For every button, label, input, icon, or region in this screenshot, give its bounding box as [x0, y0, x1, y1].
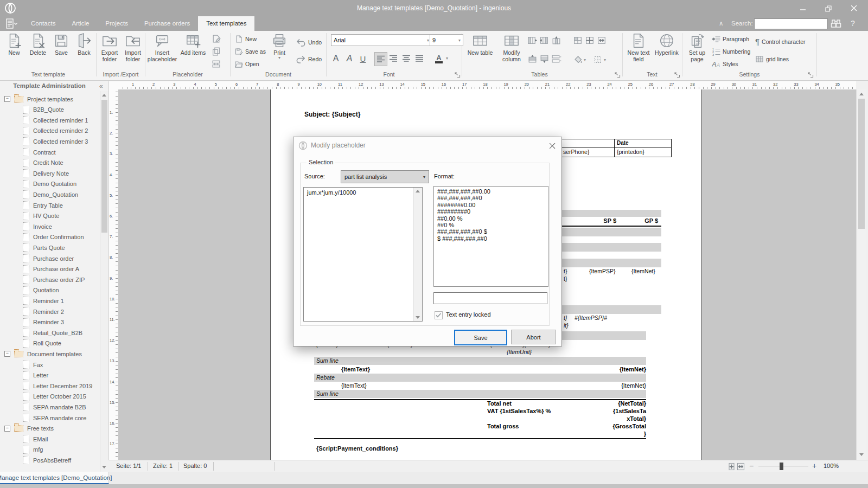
- dialog-close-icon[interactable]: [547, 142, 557, 150]
- tree-collapse-icon[interactable]: −: [4, 96, 10, 102]
- sidebar-item-reminder-1[interactable]: Reminder 1: [0, 296, 99, 306]
- menu-tab[interactable]: Text templates: [198, 16, 254, 31]
- menu-tab[interactable]: Purchase orders: [136, 16, 198, 31]
- import-folder-button[interactable]: Import folder: [122, 33, 144, 63]
- modify-column-button[interactable]: Modify column: [498, 33, 525, 63]
- scrollbar-thumb[interactable]: [858, 99, 865, 229]
- numbering-button[interactable]: Numbering: [712, 47, 750, 56]
- sidebar-item-sepa-mandate-core[interactable]: SEPA mandate core: [0, 413, 99, 423]
- sidebar-folder[interactable]: −Project templates: [0, 94, 99, 104]
- source-listbox[interactable]: jum.x*jum.y/10000: [303, 187, 423, 322]
- sidebar-folder[interactable]: −Free texts: [0, 423, 99, 434]
- sidebar-item-order-confirmation[interactable]: Order Confirmation: [0, 232, 99, 242]
- print-button[interactable]: Print▾: [267, 33, 292, 60]
- sidebar-item-reminder-2[interactable]: Reminder 2: [0, 306, 99, 317]
- add-items-button[interactable]: Add items: [178, 33, 208, 56]
- zoom-slider-handle[interactable]: [780, 463, 783, 470]
- align-left-button[interactable]: [374, 52, 387, 66]
- menu-tab[interactable]: Contacts: [23, 16, 63, 31]
- sidebar-item-collected-reminder-3[interactable]: Collected reminder 3: [0, 136, 99, 146]
- sidebar-item-collected-reminder-2[interactable]: Collected reminder 2: [0, 126, 99, 136]
- align-right-button[interactable]: [387, 52, 399, 65]
- save-template-button[interactable]: Save: [50, 33, 72, 56]
- insert-column-icon[interactable]: [551, 36, 561, 45]
- split-cell-icon[interactable]: [585, 36, 595, 45]
- new-template-button[interactable]: New: [3, 33, 25, 56]
- insert-row-below-icon[interactable]: [539, 54, 550, 63]
- chevron-up-icon[interactable]: ∧: [719, 16, 723, 31]
- font-size-select[interactable]: 9▾: [430, 34, 463, 46]
- sidebar-item-entry-table[interactable]: Entry Table: [0, 200, 99, 210]
- sidebar-item-b2b-quote[interactable]: B2B_Quote: [0, 105, 99, 115]
- grid-lines-button[interactable]: grid lines: [755, 55, 789, 63]
- sidebar-item-mfg[interactable]: mfg: [0, 445, 99, 455]
- tree-collapse-icon[interactable]: −: [4, 426, 10, 432]
- restore-button[interactable]: [821, 4, 835, 13]
- sidebar-item-demo-quotation[interactable]: Demo_Quotation: [0, 189, 99, 200]
- align-justify-button[interactable]: [413, 52, 425, 65]
- scroll-down-icon[interactable]: [102, 466, 106, 468]
- font-color-button[interactable]: A: [433, 52, 445, 65]
- italic-button[interactable]: A: [343, 52, 355, 65]
- underline-button[interactable]: U: [357, 52, 369, 65]
- format-input[interactable]: [433, 292, 547, 304]
- sidebar-item-letter-october-2015[interactable]: Letter October 2015: [0, 391, 99, 402]
- scroll-up-icon[interactable]: [416, 190, 420, 192]
- format-list-item[interactable]: ##0.00 %: [434, 215, 548, 222]
- align-center-button[interactable]: [400, 52, 412, 65]
- sidebar-item-hv-quote[interactable]: HV Quote: [0, 211, 99, 221]
- collapse-sidebar-icon[interactable]: «: [99, 82, 103, 90]
- sidebar-item-purchase-order-zip[interactable]: Purchase order ZIP: [0, 274, 99, 285]
- binoculars-search-icon[interactable]: [830, 18, 842, 29]
- source-list-item[interactable]: jum.x*jum.y/10000: [304, 188, 422, 196]
- format-list-item[interactable]: ###,###,###,##0.00: [434, 188, 548, 195]
- sidebar-item-contract[interactable]: Contract: [0, 147, 99, 157]
- fill-color-icon[interactable]: [574, 55, 583, 64]
- insert-placeholder-button[interactable]: Insert placeholder: [147, 33, 177, 63]
- copy-icon[interactable]: [212, 47, 221, 56]
- new-table-button[interactable]: New table: [464, 33, 496, 56]
- delete-template-button[interactable]: Delete: [27, 33, 49, 56]
- text-dialog-launcher-icon[interactable]: [674, 72, 680, 78]
- cell-width-icon[interactable]: [597, 36, 607, 45]
- document-scrollbar[interactable]: [856, 89, 866, 460]
- back-button[interactable]: Back: [73, 33, 95, 56]
- save-as-button[interactable]: Save as: [234, 47, 266, 56]
- cell-borders-icon[interactable]: [593, 55, 602, 64]
- sidebar-item-email[interactable]: EMail: [0, 434, 99, 444]
- set-up-page-button[interactable]: Set up page: [685, 33, 710, 63]
- sidebar-item-parts-quote[interactable]: Parts Quote: [0, 242, 99, 253]
- sidebar-item-reminder-3[interactable]: Reminder 3: [0, 317, 99, 328]
- export-folder-button[interactable]: Export folder: [98, 33, 121, 63]
- scroll-down-icon[interactable]: [416, 316, 420, 319]
- menu-tab[interactable]: Article: [63, 16, 97, 31]
- sidebar-folder[interactable]: −Document templates: [0, 349, 99, 359]
- fit-width-icon[interactable]: [737, 463, 745, 471]
- sidebar-item-roll-quote[interactable]: Roll Quote: [0, 338, 99, 349]
- sidebar-item-sepa-mandate-b2b[interactable]: SEPA mandate B2B: [0, 402, 99, 412]
- styles-button[interactable]: Styles: [712, 60, 738, 68]
- new-text-field-button[interactable]: New text field: [625, 33, 652, 63]
- help-icon[interactable]: ?: [851, 16, 855, 31]
- close-button[interactable]: [847, 4, 861, 13]
- font-family-select[interactable]: Arial▾: [331, 34, 432, 46]
- settings-dialog-launcher-icon[interactable]: [808, 72, 814, 78]
- tables-dialog-launcher-icon[interactable]: [615, 72, 621, 78]
- save-button[interactable]: Save: [454, 330, 507, 345]
- insert-column-right-icon[interactable]: [539, 36, 550, 45]
- format-list-item[interactable]: ###,###,###,##0: [434, 195, 548, 201]
- listbox-scrollbar[interactable]: [413, 188, 422, 321]
- open-button[interactable]: Open: [234, 60, 259, 68]
- sidebar-item-posabsbetreff[interactable]: PosAbsBetreff: [0, 455, 99, 465]
- edit-document-icon[interactable]: [212, 34, 221, 43]
- sidebar-item-invoice[interactable]: Invoice: [0, 221, 99, 232]
- undo-button[interactable]: Undo: [296, 37, 322, 47]
- sidebar-item-retail-quote-b2b[interactable]: Retail_Quote_B2B: [0, 328, 99, 338]
- scrollbar-thumb[interactable]: [101, 100, 107, 233]
- paragraph-button[interactable]: Paragraph: [712, 35, 749, 43]
- sidebar-item-demo-quotation[interactable]: Demo Quotation: [0, 179, 99, 189]
- hyperlink-button[interactable]: Hyperlink: [653, 33, 680, 56]
- scroll-down-icon[interactable]: [859, 453, 864, 456]
- redo-button[interactable]: Redo: [296, 54, 322, 64]
- zoom-slider-track[interactable]: [758, 466, 808, 466]
